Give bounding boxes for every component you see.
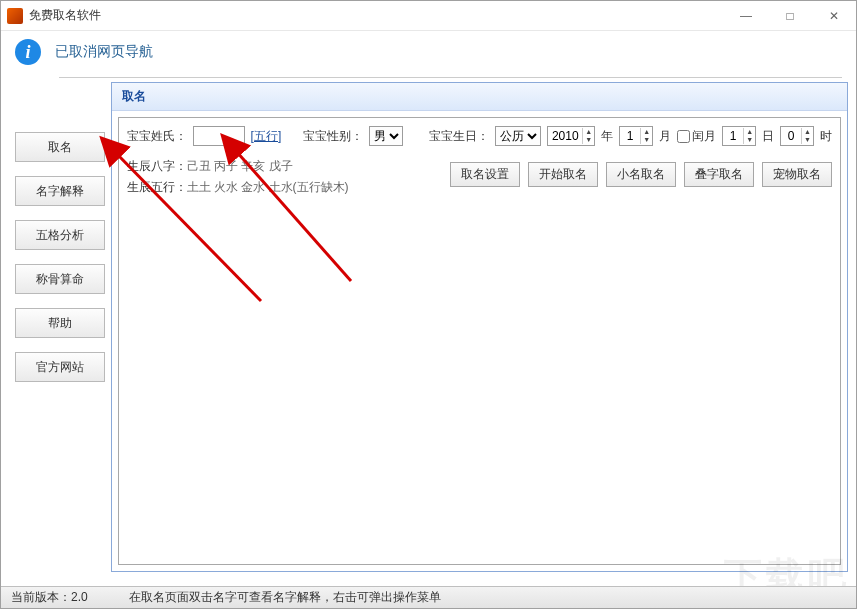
button-label: 开始取名 — [539, 167, 587, 181]
wuxing-link[interactable]: [五行] — [251, 128, 282, 145]
up-icon[interactable]: ▲ — [582, 128, 594, 136]
button-label: 叠字取名 — [695, 167, 743, 181]
birth-label: 宝宝生日： — [429, 128, 489, 145]
wuxing-value: 土土 火水 金水 土水(五行缺木) — [187, 180, 349, 194]
sidebar-item-website[interactable]: 官方网站 — [15, 352, 105, 382]
sidebar-item-label: 取名 — [48, 140, 72, 154]
sidebar-item-chenggu[interactable]: 称骨算命 — [15, 264, 105, 294]
panel-title: 取名 — [112, 83, 847, 111]
month-spinner[interactable]: ▲▼ — [619, 126, 653, 146]
sidebar-item-label: 五格分析 — [36, 228, 84, 242]
form-row: 宝宝姓氏： [五行] 宝宝性别： 男 宝宝生日： 公历 ▲▼ 年 ▲▼ 月 闰月… — [127, 126, 832, 146]
sidebar-item-label: 称骨算命 — [36, 272, 84, 286]
info-strip: i 已取消网页导航 — [1, 31, 856, 77]
nickname-button[interactable]: 小名取名 — [606, 162, 676, 187]
day-spinner[interactable]: ▲▼ — [722, 126, 756, 146]
month-input[interactable] — [620, 127, 640, 145]
surname-label: 宝宝姓氏： — [127, 128, 187, 145]
hour-input[interactable] — [781, 127, 801, 145]
button-label: 宠物取名 — [773, 167, 821, 181]
info-icon: i — [15, 39, 41, 65]
day-suffix: 日 — [762, 128, 774, 145]
settings-button[interactable]: 取名设置 — [450, 162, 520, 187]
year-spinner[interactable]: ▲▼ — [547, 126, 595, 146]
month-suffix: 月 — [659, 128, 671, 145]
minimize-button[interactable]: — — [724, 2, 768, 30]
bazi-label: 生辰八字： — [127, 159, 187, 173]
gender-select[interactable]: 男 — [369, 126, 403, 146]
surname-input[interactable] — [193, 126, 245, 146]
start-naming-button[interactable]: 开始取名 — [528, 162, 598, 187]
button-label: 取名设置 — [461, 167, 509, 181]
status-bar: 当前版本：2.0 在取名页面双击名字可查看名字解释，右击可弹出操作菜单 — [1, 586, 856, 608]
hour-suffix: 时 — [820, 128, 832, 145]
wuxing-label: 生辰五行： — [127, 180, 187, 194]
leap-month-checkbox[interactable]: 闰月 — [677, 128, 716, 145]
up-icon[interactable]: ▲ — [640, 128, 652, 136]
pet-naming-button[interactable]: 宠物取名 — [762, 162, 832, 187]
version-text: 当前版本：2.0 — [11, 589, 129, 606]
info-text: 已取消网页导航 — [55, 43, 153, 61]
button-label: 小名取名 — [617, 167, 665, 181]
sidebar-item-label: 名字解释 — [36, 184, 84, 198]
down-icon[interactable]: ▼ — [640, 136, 652, 144]
sidebar-item-naming[interactable]: 取名 — [15, 132, 105, 162]
calendar-select[interactable]: 公历 — [495, 126, 541, 146]
sidebar: 取名 名字解释 五格分析 称骨算命 帮助 官方网站 — [15, 82, 105, 572]
window-title: 免费取名软件 — [29, 7, 724, 24]
up-icon[interactable]: ▲ — [801, 128, 813, 136]
sidebar-item-help[interactable]: 帮助 — [15, 308, 105, 338]
down-icon[interactable]: ▼ — [582, 136, 594, 144]
status-hint: 在取名页面双击名字可查看名字解释，右击可弹出操作菜单 — [129, 589, 441, 606]
sidebar-item-label: 帮助 — [48, 316, 72, 330]
day-input[interactable] — [723, 127, 743, 145]
title-bar: 免费取名软件 — □ ✕ — [1, 1, 856, 31]
sidebar-item-explain[interactable]: 名字解释 — [15, 176, 105, 206]
action-row: 取名设置 开始取名 小名取名 叠字取名 宠物取名 — [450, 162, 832, 187]
up-icon[interactable]: ▲ — [743, 128, 755, 136]
leap-label: 闰月 — [692, 128, 716, 145]
close-button[interactable]: ✕ — [812, 2, 856, 30]
leap-checkbox-input[interactable] — [677, 130, 690, 143]
year-suffix: 年 — [601, 128, 613, 145]
down-icon[interactable]: ▼ — [743, 136, 755, 144]
app-icon — [7, 8, 23, 24]
maximize-button[interactable]: □ — [768, 2, 812, 30]
down-icon[interactable]: ▼ — [801, 136, 813, 144]
sidebar-item-label: 官方网站 — [36, 360, 84, 374]
sidebar-item-wuge[interactable]: 五格分析 — [15, 220, 105, 250]
divider — [59, 77, 842, 78]
hour-spinner[interactable]: ▲▼ — [780, 126, 814, 146]
panel-inner: 宝宝姓氏： [五行] 宝宝性别： 男 宝宝生日： 公历 ▲▼ 年 ▲▼ 月 闰月… — [118, 117, 841, 565]
bazi-value: 己丑 丙子 辛亥 戊子 — [187, 159, 293, 173]
reduplicated-button[interactable]: 叠字取名 — [684, 162, 754, 187]
main-panel: 取名 宝宝姓氏： [五行] 宝宝性别： 男 宝宝生日： 公历 ▲▼ 年 ▲▼ 月… — [111, 82, 848, 572]
gender-label: 宝宝性别： — [303, 128, 363, 145]
year-input[interactable] — [548, 127, 582, 145]
